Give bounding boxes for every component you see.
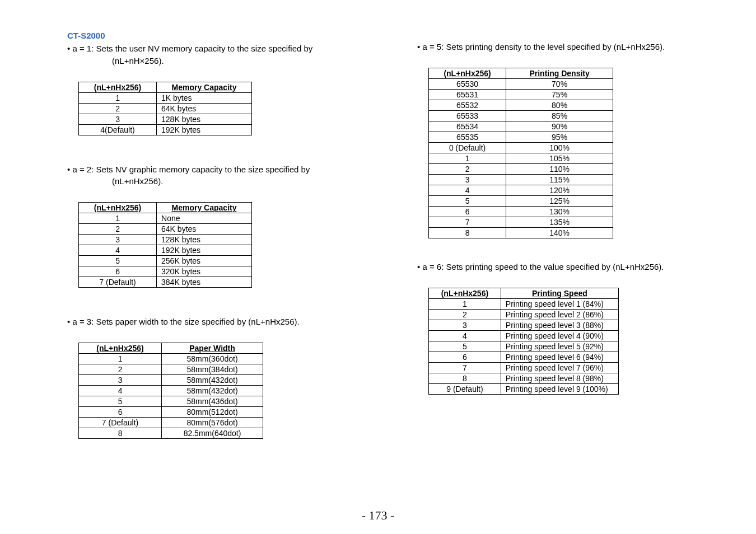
cell-value: 58mm(436dot): [162, 396, 263, 406]
cell-value: 80mm(512dot): [162, 406, 263, 417]
th-memcap: Memory Capacity: [157, 82, 252, 92]
cell-value: 64K bytes: [157, 103, 252, 114]
cell-param: 65531: [429, 89, 506, 100]
cell-param: 2: [79, 364, 162, 374]
cell-param: 0 (Default): [429, 142, 506, 153]
table-row: 9 (Default)Printing speed level 9 (100%): [429, 383, 619, 394]
two-column-layout: CT-S2000 • a = 1: Sets the user NV memor…: [39, 31, 717, 439]
table-row: 6Printing speed level 6 (94%): [429, 352, 619, 362]
table-row: 11K bytes: [79, 92, 252, 103]
cell-value: 64K bytes: [157, 224, 252, 235]
bullet-a2: • a = 2: Sets NV graphic memory capacity…: [67, 163, 367, 188]
bullet-a6: • a = 6: Sets printing speed to the valu…: [417, 261, 717, 273]
table-row: 4192K bytes: [79, 245, 252, 256]
cell-value: 130%: [506, 206, 613, 217]
table-row: 558mm(436dot): [79, 396, 263, 406]
th-speed: Printing Speed: [501, 288, 618, 298]
cell-param: 1: [429, 153, 506, 163]
cell-value: 58mm(432dot): [162, 385, 263, 396]
table-a2-memory: (nL+nHx256) Memory Capacity 1None264K by…: [78, 202, 252, 288]
cell-value: 85%: [506, 110, 613, 121]
table-row: 6553595%: [429, 132, 613, 142]
cell-value: 58mm(360dot): [162, 353, 263, 364]
cell-value: Printing speed level 3 (88%): [501, 320, 618, 330]
table-a5-density: (nL+nHx256) Printing Density 6553070%655…: [428, 68, 613, 238]
table-row: 358mm(432dot): [79, 374, 263, 385]
cell-value: Printing speed level 4 (90%): [501, 330, 618, 341]
bullet-a2-line1: • a = 2: Sets NV graphic memory capacity…: [67, 165, 310, 174]
cell-value: 1K bytes: [157, 92, 252, 103]
cell-value: 82.5mm(640dot): [162, 428, 263, 438]
cell-value: 256K bytes: [157, 256, 252, 266]
cell-param: 6: [429, 352, 501, 362]
table-row: 6553070%: [429, 78, 613, 89]
cell-param: 2: [429, 309, 501, 320]
cell-param: 7: [429, 217, 506, 227]
cell-value: None: [157, 213, 252, 224]
cell-value: 125%: [506, 195, 613, 206]
table-row: 680mm(512dot): [79, 406, 263, 417]
table-row: 4(Default)192K bytes: [79, 124, 252, 135]
cell-param: 4: [79, 245, 157, 256]
table-row: 2110%: [429, 163, 613, 174]
cell-param: 65530: [429, 78, 506, 89]
cell-param: 4: [79, 385, 162, 396]
tbody-a6: 1Printing speed level 1 (84%)2Printing s…: [429, 298, 619, 394]
cell-value: 128K bytes: [157, 114, 252, 124]
table-row: 458mm(432dot): [79, 385, 263, 396]
cell-param: 65533: [429, 110, 506, 121]
table-row: 258mm(384dot): [79, 364, 263, 374]
table-row: 4Printing speed level 4 (90%): [429, 330, 619, 341]
table-row: 6553385%: [429, 110, 613, 121]
bullet-a1-line2: (nL+nH×256).: [112, 55, 367, 67]
cell-value: 100%: [506, 142, 613, 153]
table-row: 1105%: [429, 153, 613, 163]
table-row: 5256K bytes: [79, 256, 252, 266]
cell-param: 1: [79, 353, 162, 364]
cell-param: 5: [79, 396, 162, 406]
cell-param: 2: [79, 103, 157, 114]
cell-value: 135%: [506, 217, 613, 227]
cell-value: 75%: [506, 89, 613, 100]
table-row: 6553280%: [429, 100, 613, 110]
th-paperw: Paper Width: [162, 343, 263, 353]
cell-value: 110%: [506, 163, 613, 174]
table-row: 5Printing speed level 5 (92%): [429, 341, 619, 352]
table-row: 3Printing speed level 3 (88%): [429, 320, 619, 330]
table-row: 7Printing speed level 7 (96%): [429, 362, 619, 373]
cell-param: 7 (Default): [79, 417, 162, 428]
cell-value: Printing speed level 8 (98%): [501, 373, 618, 383]
table-a1-memory: (nL+nHx256) Memory Capacity 11K bytes264…: [78, 82, 252, 135]
cell-value: Printing speed level 1 (84%): [501, 298, 618, 309]
table-row: 6553490%: [429, 121, 613, 132]
cell-param: 65532: [429, 100, 506, 110]
cell-param: 3: [79, 374, 162, 385]
table-row: 158mm(360dot): [79, 353, 263, 364]
cell-value: 140%: [506, 227, 613, 238]
table-row: 5125%: [429, 195, 613, 206]
table-row: 8140%: [429, 227, 613, 238]
cell-value: Printing speed level 9 (100%): [501, 383, 618, 394]
table-a6-speed: (nL+nHx256) Printing Speed 1Printing spe…: [428, 288, 619, 395]
cell-param: 2: [429, 163, 506, 174]
cell-value: 320K bytes: [157, 266, 252, 277]
cell-param: 65534: [429, 121, 506, 132]
cell-value: Printing speed level 5 (92%): [501, 341, 618, 352]
right-column: • a = 5: Sets printing density to the le…: [389, 31, 717, 439]
cell-param: 8: [429, 227, 506, 238]
bullet-a2-line2: (nL+nHx256).: [112, 175, 367, 188]
cell-param: 5: [429, 195, 506, 206]
bullet-a3: • a = 3: Sets paper width to the size sp…: [67, 316, 367, 328]
cell-value: 384K bytes: [157, 277, 252, 288]
table-row: 3115%: [429, 174, 613, 185]
cell-param: 3: [429, 320, 501, 330]
bullet-a1-line1: • a = 1: Sets the user NV memory capacit…: [67, 44, 312, 53]
page: CT-S2000 • a = 1: Sets the user NV memor…: [0, 0, 756, 534]
tbody-a5: 6553070%6553175%6553280%6553385%6553490%…: [429, 78, 613, 238]
cell-value: 90%: [506, 121, 613, 132]
bullet-a1: • a = 1: Sets the user NV memory capacit…: [67, 43, 367, 67]
table-row: 7 (Default)80mm(576dot): [79, 417, 263, 428]
cell-param: 2: [79, 224, 157, 235]
cell-value: 80%: [506, 100, 613, 110]
tbody-a3: 158mm(360dot)258mm(384dot)358mm(432dot)4…: [79, 353, 263, 438]
